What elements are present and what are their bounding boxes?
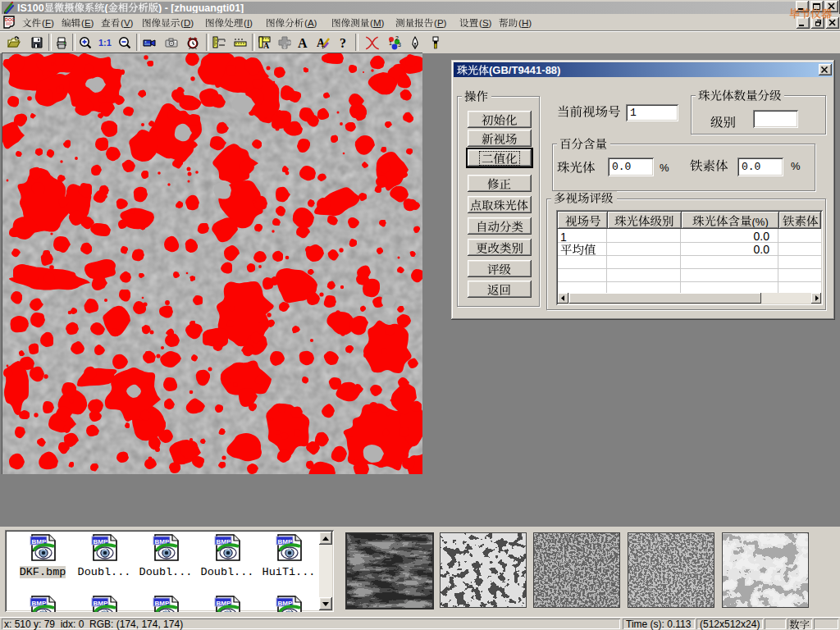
svg-text:A: A: [263, 41, 270, 50]
svg-text:1: 1: [389, 40, 392, 46]
svg-text:(: (: [105, 2, 109, 13]
svg-text:A: A: [298, 36, 308, 50]
svg-text:3: 3: [398, 42, 401, 48]
svg-text:DOC: DOC: [5, 17, 15, 22]
svg-text:IS100: IS100: [17, 2, 44, 13]
svg-text:) - [zhuguangti01]: ) - [zhuguangti01]: [158, 2, 244, 13]
svg-text:?: ?: [340, 36, 346, 50]
svg-text:1:1: 1:1: [98, 38, 112, 48]
svg-text:(%): (%): [751, 215, 768, 226]
svg-text:2: 2: [395, 35, 399, 41]
svg-text:(GB/T9441-88): (GB/T9441-88): [489, 64, 560, 76]
